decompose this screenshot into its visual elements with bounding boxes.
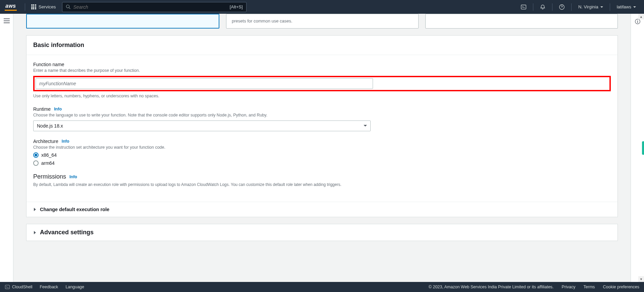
copyright: © 2023, Amazon Web Services India Privat… (429, 285, 554, 289)
runtime-hint: Choose the language to use to write your… (33, 112, 611, 118)
chevron-down-icon (600, 6, 603, 8)
svg-point-3 (637, 20, 638, 21)
runtime-select[interactable]: Node.js 18.x (33, 120, 371, 131)
change-role-label: Change default execution role (40, 207, 109, 212)
aws-logo[interactable]: aws (5, 3, 17, 11)
side-handle[interactable] (642, 141, 644, 155)
search-icon (66, 4, 71, 9)
nav-divider (25, 3, 25, 11)
architecture-group: Architecture Info Choose the instruction… (33, 139, 611, 166)
caret-right-icon (33, 208, 37, 211)
nav-right: N. Virginia latifaws (518, 1, 639, 13)
footer-language[interactable]: Language (65, 285, 84, 289)
bell-icon[interactable] (537, 1, 549, 13)
chevron-down-icon (633, 6, 636, 8)
basic-info-panel: Basic information Function name Enter a … (26, 35, 618, 217)
search-input[interactable] (73, 4, 230, 10)
main-content: presets for common use cases. Basic info… (13, 14, 631, 282)
account-menu[interactable]: latifaws (613, 4, 639, 9)
runtime-info-link[interactable]: Info (54, 107, 62, 111)
arch-option-1: arm64 (41, 160, 55, 166)
grid-icon (31, 4, 36, 9)
footer-cloudshell[interactable]: CloudShell (5, 284, 32, 290)
hamburger-icon[interactable] (4, 18, 10, 23)
advanced-settings-toggle[interactable]: Advanced settings (26, 224, 618, 241)
function-name-label: Function name (33, 62, 611, 67)
change-execution-role[interactable]: Change default execution role (26, 202, 618, 217)
architecture-info-link[interactable]: Info (62, 139, 69, 144)
arch-option-0: x86_64 (41, 152, 57, 158)
radio-icon (33, 152, 39, 158)
arch-radio-arm64[interactable]: arm64 (33, 160, 611, 166)
runtime-group: Runtime Info Choose the language to use … (33, 106, 611, 131)
nav-divider (552, 3, 552, 11)
runtime-value: Node.js 18.x (37, 123, 63, 129)
cookies-link[interactable]: Cookie preferences (603, 285, 639, 289)
option-author-scratch[interactable] (26, 14, 219, 29)
permissions-info-link[interactable]: Info (69, 175, 77, 179)
region-selector[interactable]: N. Virginia (575, 4, 606, 9)
footer: CloudShell Feedback Language © 2023, Ama… (0, 282, 644, 292)
search-box[interactable]: [Alt+S] (62, 2, 247, 12)
svg-rect-5 (5, 285, 10, 289)
permissions-label: Permissions (33, 173, 66, 180)
scroll-down[interactable]: ▼ (638, 276, 644, 282)
nav-divider (533, 3, 533, 11)
chevron-down-icon (364, 124, 367, 128)
runtime-label: Runtime (33, 106, 51, 112)
architecture-hint: Choose the instruction set architecture … (33, 145, 611, 151)
svg-rect-4 (637, 21, 638, 23)
user-label: latifaws (617, 4, 631, 9)
services-label: Services (39, 4, 56, 9)
footer-feedback[interactable]: Feedback (40, 285, 58, 289)
permissions-group: Permissions Info By default, Lambda will… (33, 173, 611, 188)
architecture-label: Architecture (33, 139, 58, 144)
option-blueprint[interactable]: presets for common use cases. (226, 14, 419, 29)
scroll-up[interactable]: ▲ (638, 14, 644, 19)
option-container[interactable] (425, 14, 618, 29)
radio-icon (33, 160, 39, 166)
cloudshell-icon[interactable] (518, 1, 530, 13)
help-icon[interactable] (556, 1, 568, 13)
permissions-hint: By default, Lambda will create an execut… (33, 182, 611, 188)
left-rail (0, 14, 13, 282)
arch-radio-x86[interactable]: x86_64 (33, 152, 611, 158)
basic-info-heading: Basic information (33, 42, 611, 49)
function-name-group: Function name Enter a name that describe… (33, 62, 611, 99)
function-name-hint: Enter a name that describes the purpose … (33, 68, 611, 74)
search-shortcut: [Alt+S] (230, 4, 243, 9)
function-name-constraint: Use only letters, numbers, hyphens, or u… (33, 93, 611, 99)
cloudshell-label: CloudShell (12, 285, 32, 289)
creation-options: presets for common use cases. (26, 14, 618, 29)
caret-right-icon (33, 231, 37, 234)
services-menu[interactable]: Services (29, 2, 59, 11)
advanced-panel: Advanced settings (26, 224, 618, 241)
option-desc: presets for common use cases. (232, 18, 413, 24)
terms-link[interactable]: Terms (584, 285, 595, 289)
nav-divider (571, 3, 572, 11)
function-name-input[interactable] (36, 78, 373, 89)
feedback-label: Feedback (40, 285, 58, 289)
cloudshell-icon (5, 284, 10, 290)
advanced-label: Advanced settings (40, 229, 94, 236)
highlight-box (33, 76, 611, 91)
panel-header: Basic information (26, 36, 618, 55)
language-label: Language (65, 285, 84, 289)
nav-divider (610, 3, 610, 11)
region-label: N. Virginia (578, 4, 598, 9)
top-nav: aws Services [Alt+S] N. Virginia latifaw… (0, 0, 644, 14)
privacy-link[interactable]: Privacy (562, 285, 576, 289)
